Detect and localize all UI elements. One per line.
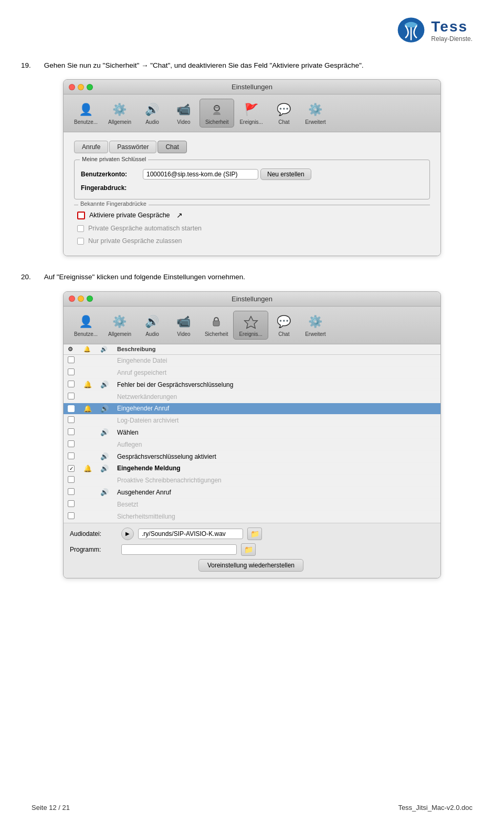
folder-button[interactable]: 📁 — [247, 528, 262, 540]
toolbar-ereignisse[interactable]: 🚩 Ereignis... — [234, 99, 268, 127]
event-row: 🔊Wählen — [64, 426, 440, 438]
toolbar2-benutzer[interactable]: 👤 Benutze... — [69, 311, 103, 339]
event-col2[interactable] — [79, 366, 96, 378]
event-col1[interactable] — [64, 474, 79, 486]
checkbox-automatisch-box[interactable] — [77, 225, 84, 232]
benutzerkonto-select[interactable]: 1000016@sip.tess-kom.de (SIP) — [143, 169, 258, 180]
toolbar-chat[interactable]: 💬 Chat — [268, 99, 300, 127]
event-col2[interactable] — [79, 486, 96, 498]
event-col3[interactable] — [96, 510, 113, 522]
window1-titlebar: Einstellungen — [64, 80, 440, 94]
maximize-button-2[interactable] — [87, 296, 93, 302]
close-button-2[interactable] — [69, 296, 75, 302]
toolbar2-audio[interactable]: 🔊 Audio — [136, 311, 168, 339]
event-col3[interactable] — [96, 474, 113, 486]
col-bell: 🔔 — [79, 344, 96, 355]
programm-input[interactable] — [121, 544, 237, 555]
event-col2[interactable]: 🔔 — [79, 378, 96, 391]
toolbar-sicherheit-label: Sicherheit — [205, 119, 228, 125]
event-col2[interactable] — [79, 498, 96, 510]
event-col3[interactable] — [96, 366, 113, 378]
event-col1[interactable] — [64, 378, 79, 391]
window1-buttons — [69, 84, 93, 90]
event-col3[interactable]: 🔊 — [96, 426, 113, 438]
event-col3[interactable] — [96, 414, 113, 426]
neu-erstellen-button[interactable]: Neu erstellen — [260, 168, 311, 180]
event-col3[interactable]: 🔊 — [96, 450, 113, 462]
event-row: ✓🔔🔊Eingehender Anruf — [64, 403, 440, 414]
col-speaker: 🔊 — [96, 344, 113, 355]
event-col3[interactable] — [96, 498, 113, 510]
toolbar2-erweitert[interactable]: ⚙️ Erweitert — [300, 311, 331, 339]
event-col1[interactable] — [64, 391, 79, 403]
event-col1[interactable]: ✓ — [64, 462, 79, 474]
event-row: Eingehende Datei — [64, 354, 440, 366]
event-col1[interactable] — [64, 450, 79, 462]
event-col3[interactable] — [96, 354, 113, 366]
toolbar-benutzer[interactable]: 👤 Benutze... — [69, 99, 103, 127]
event-col3[interactable]: 🔊 — [96, 403, 113, 414]
event-col2[interactable] — [79, 426, 96, 438]
close-button[interactable] — [69, 84, 75, 90]
play-button[interactable]: ▶ — [121, 528, 134, 540]
video-icon-2: 📹 — [175, 313, 192, 330]
minimize-button[interactable] — [78, 84, 84, 90]
toolbar-allgemein[interactable]: ⚙️ Allgemein — [103, 99, 136, 127]
toolbar-video[interactable]: 📹 Video — [168, 99, 200, 127]
event-label: Besetzt — [113, 498, 440, 510]
event-col2[interactable] — [79, 450, 96, 462]
event-col1[interactable] — [64, 438, 79, 450]
event-col1[interactable] — [64, 486, 79, 498]
tab-chat[interactable]: Chat — [158, 141, 186, 153]
event-col3[interactable] — [96, 391, 113, 403]
event-col1[interactable] — [64, 414, 79, 426]
chat-icon-2: 💬 — [276, 313, 292, 330]
checkbox-nur-box[interactable] — [77, 238, 84, 245]
restore-button[interactable]: Voreinstellung wiederherstellen — [198, 559, 303, 572]
event-col2[interactable] — [79, 391, 96, 403]
event-label: Netzwerkänderungen — [113, 391, 440, 403]
event-col3[interactable]: 🔊 — [96, 378, 113, 391]
checkbox-aktiviere-box[interactable] — [77, 212, 85, 219]
event-col2[interactable] — [79, 438, 96, 450]
event-col1[interactable] — [64, 354, 79, 366]
event-col3[interactable]: 🔊 — [96, 462, 113, 474]
window2-toolbar: 👤 Benutze... ⚙️ Allgemein 🔊 Audio 📹 Vide… — [64, 307, 440, 344]
event-col1[interactable]: ✓ — [64, 403, 79, 414]
event-col3[interactable]: 🔊 — [96, 486, 113, 498]
toolbar2-ereignisse[interactable]: Ereignis... — [233, 311, 268, 340]
fingerabdruck-row: Fingerabdruck: — [81, 184, 423, 192]
video-icon: 📹 — [175, 101, 192, 118]
toolbar-sicherheit[interactable]: Sicherheit — [200, 99, 234, 128]
tab-passwoerter[interactable]: Passwörter — [109, 141, 156, 153]
toolbar-audio[interactable]: 🔊 Audio — [136, 99, 168, 127]
folder-button-2[interactable]: 📁 — [241, 543, 256, 556]
minimize-button-2[interactable] — [78, 296, 84, 302]
programm-row: Programm: 📁 — [70, 543, 434, 556]
tab-anrufe[interactable]: Anrufe — [74, 141, 108, 153]
erweitert-icon: ⚙️ — [307, 101, 324, 118]
ereignisse-icon: 🚩 — [243, 101, 260, 118]
audiodatei-input[interactable] — [138, 529, 243, 539]
event-col2[interactable]: 🔔 — [79, 403, 96, 414]
toolbar2-video[interactable]: 📹 Video — [168, 311, 200, 339]
event-col1[interactable] — [64, 426, 79, 438]
event-col2[interactable] — [79, 474, 96, 486]
event-col1[interactable] — [64, 498, 79, 510]
toolbar2-chat[interactable]: 💬 Chat — [268, 311, 300, 339]
toolbar2-sicherheit[interactable]: Sicherheit — [200, 311, 233, 339]
event-col2[interactable]: 🔔 — [79, 462, 96, 474]
toolbar2-allgemein[interactable]: ⚙️ Allgemein — [103, 311, 136, 339]
maximize-button[interactable] — [87, 84, 93, 90]
event-col3[interactable] — [96, 438, 113, 450]
event-col1[interactable] — [64, 366, 79, 378]
toolbar-erweitert[interactable]: ⚙️ Erweitert — [300, 99, 331, 127]
col-check: ⚙ — [64, 344, 79, 355]
event-col2[interactable] — [79, 354, 96, 366]
event-col2[interactable] — [79, 510, 96, 522]
event-col2[interactable] — [79, 414, 96, 426]
event-label: Ausgehender Anruf — [113, 486, 440, 498]
checkbox-nur-wrap — [77, 238, 84, 245]
step20-number: 20. — [21, 272, 42, 282]
event-col1[interactable] — [64, 510, 79, 522]
